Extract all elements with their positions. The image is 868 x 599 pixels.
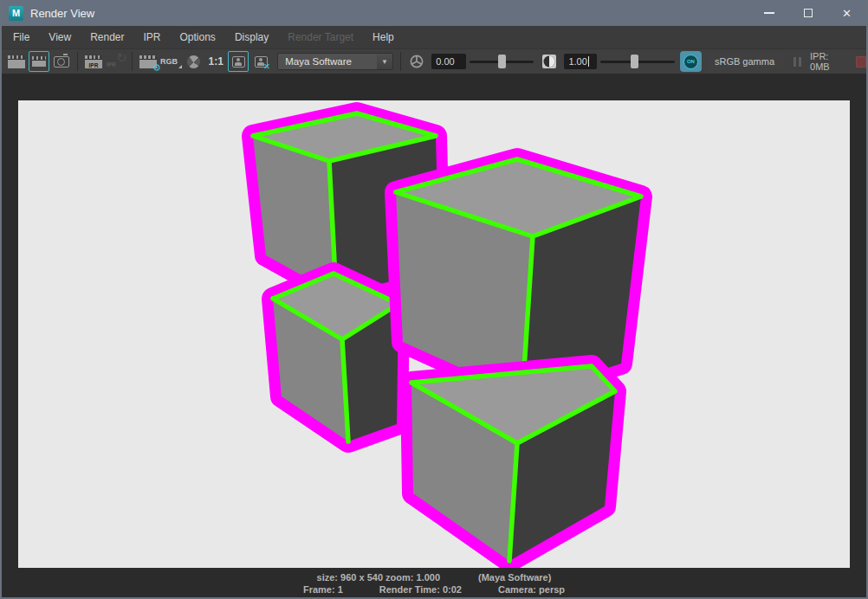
render-slate-icon bbox=[8, 55, 25, 68]
titlebar: M Render View ✕ bbox=[2, 0, 866, 26]
cube-middle-left bbox=[273, 274, 398, 441]
camera-icon bbox=[54, 56, 69, 68]
slider-handle[interactable] bbox=[631, 55, 638, 68]
minimize-icon bbox=[764, 12, 774, 14]
exposure-slider[interactable] bbox=[470, 55, 534, 68]
text-cursor bbox=[588, 56, 589, 67]
render-panel bbox=[2, 74, 866, 570]
chevron-down-icon[interactable]: ▼ bbox=[377, 54, 393, 69]
renderer-dropdown[interactable]: Maya Software ▼ bbox=[277, 53, 393, 70]
colorspace-value: sRGB gamma bbox=[715, 56, 774, 67]
snapshot-button[interactable] bbox=[51, 51, 72, 72]
status-renderer: (Maya Software) bbox=[478, 572, 551, 583]
ipr-refresh-label: IPR bbox=[107, 61, 116, 68]
status-render-time: Render Time: 0:02 bbox=[379, 584, 462, 596]
toolbar-separator bbox=[132, 52, 133, 71]
display-rgb-channels-button[interactable]: RGB bbox=[160, 51, 181, 72]
cube-top-right bbox=[396, 159, 641, 396]
maya-app-icon: M bbox=[9, 6, 23, 21]
on-toggle-icon: ON bbox=[683, 55, 698, 69]
gamma-value: 1.00 bbox=[568, 56, 586, 67]
status-frame: Frame: 1 bbox=[303, 584, 343, 596]
maximize-icon bbox=[804, 9, 813, 17]
rendered-image[interactable] bbox=[18, 100, 850, 568]
color-management-toggle[interactable]: ON bbox=[680, 51, 702, 72]
render-settings-slate-icon: ⚙ bbox=[139, 55, 157, 68]
status-size-zoom: size: 960 x 540 zoom: 1.000 bbox=[317, 572, 440, 583]
menu-help[interactable]: Help bbox=[363, 26, 404, 48]
pause-icon bbox=[794, 57, 796, 67]
menu-render[interactable]: Render bbox=[81, 26, 133, 48]
display-real-size-button[interactable]: 1:1 bbox=[205, 51, 226, 72]
ipr-pause-button[interactable] bbox=[794, 57, 801, 67]
window-title: Render View bbox=[30, 7, 94, 20]
display-alpha-channel-button[interactable] bbox=[183, 51, 204, 72]
toolbar: IPR IPR ↻ ⚙ RGB 1:1 ✕ Maya Software ▼ bbox=[2, 48, 866, 74]
render-current-frame-button[interactable] bbox=[6, 51, 27, 72]
menu-file[interactable]: File bbox=[3, 26, 39, 48]
render-view-window: M Render View ✕ File View Render IPR Opt… bbox=[0, 0, 868, 599]
ipr-memory-label: IPR: 0MB bbox=[810, 51, 848, 72]
pause-icon bbox=[799, 57, 801, 67]
remove-x-icon: ✕ bbox=[263, 62, 270, 71]
statusbar: size: 960 x 540 zoom: 1.000 (Maya Softwa… bbox=[2, 570, 866, 597]
colorspace-dropdown[interactable]: sRGB gamma bbox=[708, 53, 783, 70]
ipr-slate-label: IPR bbox=[85, 62, 102, 68]
keep-image-button[interactable] bbox=[228, 51, 249, 72]
exposure-icon-button bbox=[406, 51, 427, 72]
ipr-slate-icon: IPR bbox=[85, 55, 102, 68]
contrast-icon bbox=[541, 54, 557, 69]
close-icon: ✕ bbox=[842, 8, 852, 19]
redo-render-slate-icon bbox=[32, 56, 46, 67]
exposure-value: 0.00 bbox=[436, 56, 454, 67]
close-button[interactable]: ✕ bbox=[827, 0, 866, 26]
menu-ipr[interactable]: IPR bbox=[134, 26, 171, 48]
menu-options[interactable]: Options bbox=[171, 26, 225, 48]
ipr-refresh-icon: IPR ↻ bbox=[107, 54, 126, 69]
gamma-slider[interactable] bbox=[600, 55, 675, 68]
status-camera: Camera: persp bbox=[498, 584, 565, 596]
ipr-refresh-button[interactable]: IPR ↻ bbox=[106, 51, 126, 72]
keep-image-icon bbox=[232, 56, 245, 68]
window-controls: ✕ bbox=[749, 0, 866, 26]
rgb-channels-icon: RGB bbox=[160, 57, 181, 66]
refresh-arrow-icon: ↻ bbox=[116, 51, 127, 64]
gamma-icon-button bbox=[539, 51, 560, 72]
ipr-render-button[interactable]: IPR bbox=[83, 51, 104, 72]
aperture-icon bbox=[410, 55, 424, 68]
menu-display[interactable]: Display bbox=[225, 26, 278, 48]
menu-view[interactable]: View bbox=[39, 26, 81, 48]
redo-previous-render-button[interactable] bbox=[29, 51, 49, 72]
toolbar-separator bbox=[77, 52, 78, 71]
remove-image-icon: ✕ bbox=[255, 56, 268, 68]
exposure-input[interactable]: 0.00 bbox=[431, 54, 466, 69]
alpha-channel-icon bbox=[187, 55, 200, 68]
real-size-icon: 1:1 bbox=[209, 55, 223, 68]
render-settings-button[interactable]: ⚙ bbox=[138, 51, 159, 72]
minimize-button[interactable] bbox=[749, 0, 788, 26]
slider-handle[interactable] bbox=[498, 55, 506, 68]
gamma-input[interactable]: 1.00 bbox=[564, 54, 597, 69]
menubar: File View Render IPR Options Display Ren… bbox=[2, 26, 866, 48]
remove-image-button[interactable]: ✕ bbox=[250, 51, 271, 72]
renderer-dropdown-value: Maya Software bbox=[278, 54, 377, 69]
ipr-stop-button[interactable] bbox=[856, 56, 866, 68]
menu-render-target: Render Target bbox=[278, 26, 363, 48]
toolbar-separator bbox=[400, 52, 401, 71]
maximize-button[interactable] bbox=[788, 0, 827, 26]
